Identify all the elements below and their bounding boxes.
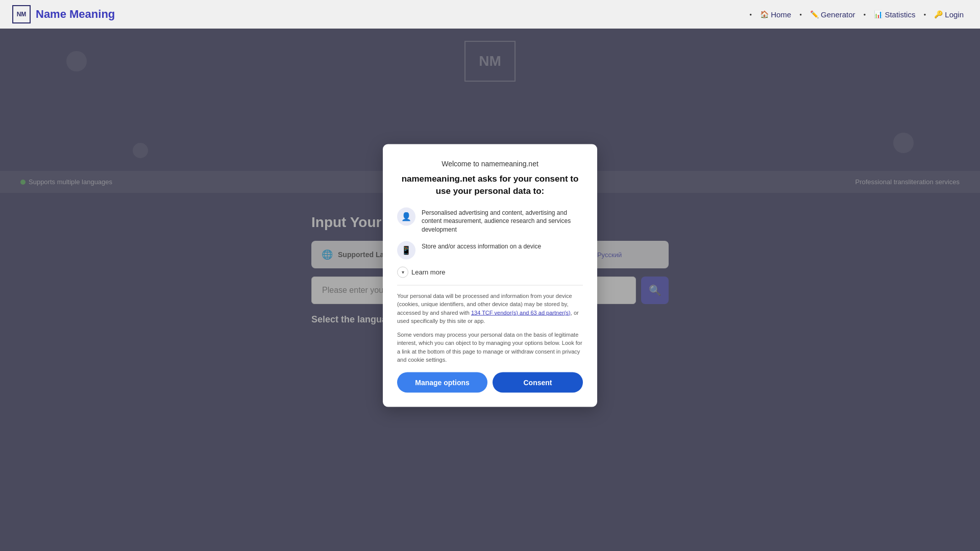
logo-text: NM <box>17 11 27 18</box>
modal-title: namemeaning.net asks for your consent to… <box>397 173 583 197</box>
nav-statistics-label: Statistics <box>885 10 915 19</box>
manage-options-button[interactable]: Manage options <box>397 372 487 392</box>
nav-home-label: Home <box>771 10 791 19</box>
statistics-icon: 📊 <box>874 10 883 18</box>
nav-statistics[interactable]: 📊 Statistics <box>870 8 919 21</box>
consent-item-2: 📱 Store and/or access information on a d… <box>397 241 583 259</box>
modal-buttons: Manage options Consent <box>397 372 583 392</box>
modal-divider <box>397 285 583 285</box>
modal-body-text-2: Some vendors may process your personal d… <box>397 330 583 364</box>
consent-modal: Welcome to namemeaning.net namemeaning.n… <box>383 144 597 407</box>
nav-login[interactable]: 🔑 Login <box>930 8 968 21</box>
login-icon: 🔑 <box>934 10 943 18</box>
chevron-down-icon: ▾ <box>397 266 408 278</box>
home-icon: 🏠 <box>760 10 769 18</box>
logo-box: NM <box>12 5 31 23</box>
consent-button[interactable]: Consent <box>493 372 583 392</box>
nav-home[interactable]: 🏠 Home <box>756 8 795 21</box>
learn-more-row[interactable]: ▾ Learn more <box>397 266 583 278</box>
nav-login-label: Login <box>945 10 964 19</box>
nav-dot-4: ● <box>923 12 926 17</box>
nav-generator[interactable]: ✏️ Generator <box>806 8 860 21</box>
consent-text-1: Personalised advertising and content, ad… <box>422 207 583 234</box>
nav-dot-3: ● <box>864 12 866 17</box>
nav-generator-label: Generator <box>821 10 855 19</box>
consent-text-2: Store and/or access information on a dev… <box>422 241 541 251</box>
consent-person-icon: 👤 <box>397 207 415 226</box>
main-nav: ● 🏠 Home ● ✏️ Generator ● 📊 Statistics ●… <box>749 8 968 21</box>
modal-welcome: Welcome to namemeaning.net <box>397 160 583 168</box>
consent-item-1: 👤 Personalised advertising and content, … <box>397 207 583 234</box>
consent-device-icon: 📱 <box>397 241 415 259</box>
nav-dot-1: ● <box>749 12 752 17</box>
header: NM Name Meaning ● 🏠 Home ● ✏️ Generator … <box>0 0 980 29</box>
modal-body-text-1: Your personal data will be processed and… <box>397 291 583 325</box>
learn-more-label: Learn more <box>411 268 445 276</box>
site-title: Name Meaning <box>36 8 115 21</box>
generator-icon: ✏️ <box>810 10 819 18</box>
nav-dot-2: ● <box>799 12 802 17</box>
tcf-vendors-link[interactable]: 134 TCF vendor(s) and 63 ad partner(s) <box>471 309 571 315</box>
